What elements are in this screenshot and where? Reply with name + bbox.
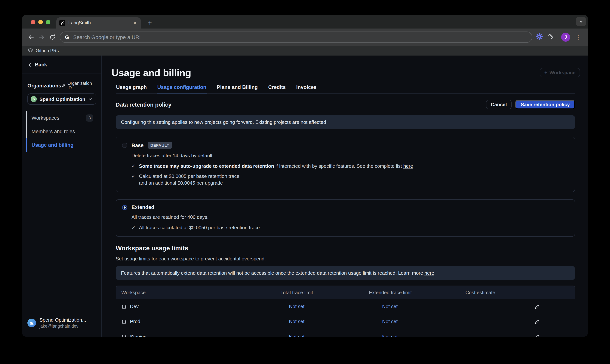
- tab-title: LangSmith: [68, 20, 129, 26]
- browser-toolbar: G J ⋮: [22, 28, 588, 46]
- extended-limit-link[interactable]: Not set: [369, 304, 411, 309]
- total-limit-link[interactable]: Not set: [280, 304, 313, 309]
- google-icon: G: [65, 34, 69, 40]
- minimize-window-button[interactable]: [38, 20, 43, 24]
- total-limit-link[interactable]: Not set: [280, 319, 313, 325]
- tab-search-button[interactable]: [576, 17, 586, 26]
- page-title: Usage and billing: [111, 67, 575, 79]
- organization-selector[interactable]: S Spend Optimization Tu...: [27, 93, 96, 105]
- extensions-puzzle-icon[interactable]: [546, 33, 553, 41]
- browser-window: LangSmith × + G: [22, 15, 588, 337]
- extended-point-1: All traces calculated at $0.0050 per bas…: [139, 224, 260, 231]
- table-row-staging: Staging Not set Not set: [116, 329, 575, 337]
- tab-usage-graph[interactable]: Usage graph: [116, 84, 147, 93]
- organization-id-link[interactable]: Organization ID: [61, 81, 96, 90]
- col-workspace: Workspace: [116, 290, 280, 295]
- browser-tabstrip: LangSmith × +: [22, 15, 588, 28]
- workspace-name: Prod: [130, 319, 140, 325]
- url-input[interactable]: [73, 34, 527, 40]
- learn-more-link[interactable]: here: [424, 270, 434, 276]
- sidebar-item-workspaces[interactable]: Workspaces 3: [26, 111, 96, 125]
- close-window-button[interactable]: [31, 20, 35, 24]
- workspace-icon: [121, 304, 127, 309]
- back-link[interactable]: Back: [27, 62, 47, 67]
- langsmith-favicon-icon: [59, 20, 65, 26]
- tab-close-icon[interactable]: ×: [132, 20, 137, 26]
- col-total-trace-limit: Total trace limit: [280, 290, 313, 295]
- sidebar-item-members-and-roles[interactable]: Members and roles: [26, 125, 96, 138]
- back-icon[interactable]: [26, 32, 36, 42]
- desktop: LangSmith × + G: [0, 0, 610, 364]
- chevron-left-icon: [27, 63, 32, 67]
- retention-option-extended: Extended All traces are retained for 400…: [116, 199, 575, 237]
- extended-radio-selected[interactable]: [122, 205, 127, 210]
- extended-limit-link[interactable]: Not set: [369, 319, 411, 325]
- github-octocat-icon: [28, 47, 33, 54]
- sidebar-divider: [22, 74, 101, 74]
- link-icon: [61, 83, 66, 88]
- total-limit-link[interactable]: Not set: [280, 334, 313, 337]
- edit-pencil-icon[interactable]: [532, 302, 542, 312]
- profile-avatar[interactable]: J: [561, 33, 570, 42]
- organizations-label: Organizations: [27, 83, 61, 88]
- langsmith-app: Back Organizations Organization ID S Spe…: [22, 55, 588, 337]
- retention-option-base: Base DEFAULT Delete traces after 14 days…: [116, 137, 575, 192]
- sidebar-nav: Workspaces 3 Members and roles Usage and…: [26, 111, 96, 152]
- workspace-name: Dev: [130, 304, 139, 309]
- bookmarks-bar: Github PRs: [22, 46, 588, 55]
- base-point-1: Some traces may auto-upgrade to extended…: [139, 163, 413, 169]
- zoom-window-button[interactable]: [46, 20, 50, 24]
- workspace-limits-table: Workspace Total trace limit Extended tra…: [116, 286, 575, 337]
- chevron-down-icon: [88, 97, 92, 101]
- col-cost-estimate: Cost estimate: [465, 290, 531, 295]
- base-title: Base: [132, 143, 144, 148]
- org-selector-value: Spend Optimization Tu...: [40, 96, 86, 102]
- table-header: Workspace Total trace limit Extended tra…: [116, 286, 575, 299]
- user-account[interactable]: Spend Optimization... jake@langchain.dev: [27, 317, 86, 329]
- tab-invoices[interactable]: Invoices: [296, 84, 317, 93]
- check-icon: ✓: [132, 224, 136, 231]
- user-email: jake@langchain.dev: [40, 323, 86, 329]
- table-row-prod: Prod Not set Not set: [116, 314, 575, 329]
- check-icon: ✓: [132, 163, 136, 169]
- sidebar-item-usage-and-billing[interactable]: Usage and billing: [26, 138, 96, 152]
- reload-icon[interactable]: [47, 32, 57, 42]
- extended-title: Extended: [132, 205, 154, 210]
- extended-description: All traces are retained for 400 days.: [132, 214, 569, 221]
- workspaces-count-badge: 3: [86, 114, 93, 121]
- user-name: Spend Optimization...: [40, 317, 86, 324]
- extension-starburst-icon[interactable]: [536, 33, 543, 41]
- tab-credits[interactable]: Credits: [268, 84, 286, 93]
- tab-plans-and-billing[interactable]: Plans and Billing: [217, 84, 258, 93]
- browser-menu-icon[interactable]: ⋮: [574, 34, 583, 40]
- retention-info-banner: Configuring this setting applies to new …: [116, 115, 575, 129]
- limits-description: Set usage limits for each workspace to p…: [116, 256, 575, 262]
- new-tab-button[interactable]: +: [145, 18, 155, 28]
- workspace-icon: [121, 319, 127, 324]
- toolbar-actions: J ⋮: [536, 33, 584, 42]
- url-bar[interactable]: G: [60, 32, 532, 43]
- workspace-icon: [121, 334, 127, 337]
- complete-list-link[interactable]: here: [403, 163, 413, 169]
- table-row-dev: Dev Not set Not set: [116, 299, 575, 314]
- tab-usage-configuration[interactable]: Usage configuration: [157, 84, 207, 93]
- forward-icon[interactable]: [36, 32, 47, 42]
- col-extended-trace-limit: Extended trace limit: [369, 290, 412, 295]
- toolbar-separator: [557, 34, 557, 40]
- cancel-button[interactable]: Cancel: [486, 100, 512, 109]
- plus-icon: +: [544, 70, 547, 76]
- base-radio[interactable]: [122, 143, 127, 148]
- check-icon: ✓: [132, 173, 136, 186]
- base-description: Delete traces after 14 days by default.: [132, 152, 569, 159]
- main-content: Usage and billing + Workspace Usage grap…: [102, 55, 588, 337]
- org-avatar: S: [31, 96, 37, 102]
- save-retention-policy-button[interactable]: Save retention policy: [515, 100, 575, 109]
- bookmark-github-prs[interactable]: Github PRs: [36, 48, 59, 53]
- add-workspace-button[interactable]: + Workspace: [540, 68, 580, 77]
- browser-tab-langsmith[interactable]: LangSmith ×: [56, 17, 141, 28]
- edit-pencil-icon[interactable]: [532, 317, 542, 326]
- edit-pencil-icon[interactable]: [532, 332, 542, 337]
- team-avatar: [27, 319, 36, 327]
- window-controls: [31, 20, 50, 24]
- extended-limit-link[interactable]: Not set: [369, 334, 411, 337]
